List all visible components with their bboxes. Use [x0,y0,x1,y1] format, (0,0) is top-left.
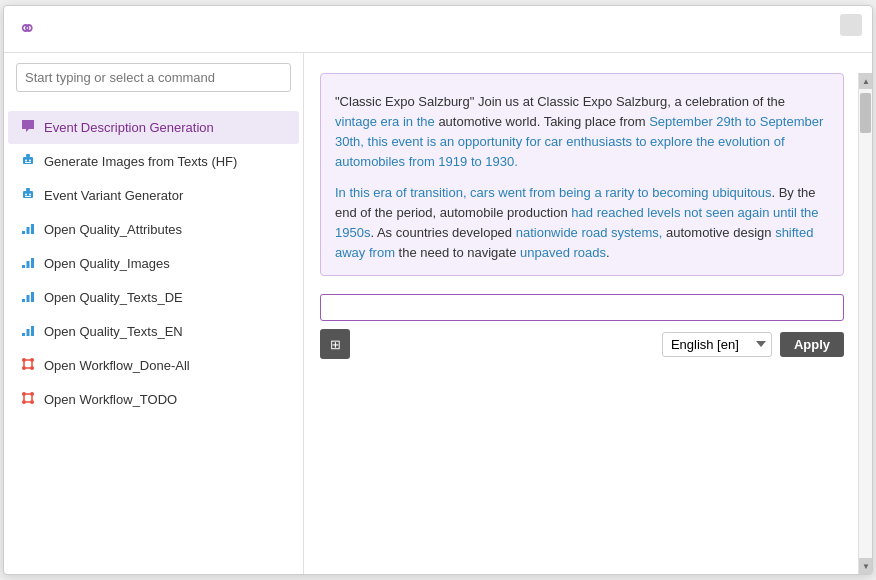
svg-rect-11 [27,227,30,234]
bar-icon [20,254,36,273]
refine-section: ⊞ English [en]German [de]French [fr] App… [320,286,844,363]
svg-rect-16 [22,299,25,302]
right-content: "Classic Expo Salzburg" Join us at Class… [304,73,872,574]
svg-rect-9 [25,196,31,197]
svg-rect-10 [22,231,25,234]
action-label: Event Variant Generator [44,188,183,203]
expand-button[interactable]: ⊞ [320,329,350,359]
action-label: Open Workflow_TODO [44,392,177,407]
action-item-quality-attr[interactable]: Open Quality_Attributes [8,213,299,246]
action-label: Open Quality_Texts_DE [44,290,183,305]
scrollbar-thumb-area [859,89,872,558]
scrollbar-thumb[interactable] [860,93,871,133]
scrollbar: ▲ ▼ [858,73,872,574]
copilot-paragraph-1: "Classic Expo Salzburg" Join us at Class… [335,92,829,173]
copilot-modal: ⚭ Event Description GenerationGenerate I… [3,5,873,575]
search-input[interactable] [16,63,291,92]
action-label: Generate Images from Texts (HF) [44,154,237,169]
modal-header: ⚭ [4,6,872,53]
svg-point-3 [29,160,31,162]
copilot-result-box: "Classic Expo Salzburg" Join us at Class… [320,73,844,276]
action-item-quality-texts-en[interactable]: Open Quality_Texts_EN [8,315,299,348]
svg-point-31 [30,392,34,396]
scroll-up-button[interactable]: ▲ [859,73,872,89]
workflow-todo-icon [20,390,36,409]
action-bar: ⊞ English [en]German [de]French [fr] App… [320,329,844,363]
svg-point-32 [22,400,26,404]
right-panel: "Classic Expo Salzburg" Join us at Class… [304,53,872,574]
action-item-workflow-done[interactable]: Open Workflow_Done-All [8,349,299,382]
bubble-icon [20,118,36,137]
svg-rect-19 [22,333,25,336]
svg-rect-20 [27,329,30,336]
svg-point-22 [22,358,26,362]
robot-icon [20,152,36,171]
svg-point-24 [22,366,26,370]
action-item-event-variant[interactable]: Event Variant Generator [8,179,299,212]
copilot-text: "Classic Expo Salzburg" Join us at Class… [335,92,829,263]
svg-point-8 [29,194,31,196]
action-item-quality-images[interactable]: Open Quality_Images [8,247,299,280]
svg-rect-4 [25,162,31,163]
svg-point-2 [25,160,27,162]
action-label: Open Quality_Texts_EN [44,324,183,339]
copilot-paragraph-2: In this era of transition, cars went fro… [335,183,829,264]
close-button[interactable] [840,14,862,36]
svg-rect-17 [27,295,30,302]
left-panel: Event Description GenerationGenerate Ima… [4,53,304,574]
svg-point-33 [30,400,34,404]
modal-body: Event Description GenerationGenerate Ima… [4,53,872,574]
right-header [304,53,872,73]
workflow-done-icon [20,356,36,375]
scroll-down-button[interactable]: ▼ [859,558,872,574]
svg-rect-13 [22,265,25,268]
scroll-area[interactable]: "Classic Expo Salzburg" Join us at Class… [320,73,864,566]
svg-rect-18 [31,292,34,302]
action-label: Open Workflow_Done-All [44,358,190,373]
bar-icon [20,220,36,239]
svg-rect-12 [31,224,34,234]
svg-rect-1 [26,154,30,157]
action-item-gen-images[interactable]: Generate Images from Texts (HF) [8,145,299,178]
language-select[interactable]: English [en]German [de]French [fr] [662,332,772,357]
bar-icon [20,288,36,307]
action-item-workflow-todo[interactable]: Open Workflow_TODO [8,383,299,416]
bar-icon [20,322,36,341]
action-label: Event Description Generation [44,120,214,135]
svg-rect-15 [31,258,34,268]
svg-rect-14 [27,261,30,268]
svg-rect-6 [26,188,30,191]
svg-point-23 [30,358,34,362]
copilot-icon: ⚭ [18,16,36,42]
svg-rect-21 [31,326,34,336]
action-item-quality-texts-de[interactable]: Open Quality_Texts_DE [8,281,299,314]
action-list: Event Description GenerationGenerate Ima… [4,110,303,417]
svg-point-7 [25,194,27,196]
apply-button[interactable]: Apply [780,332,844,357]
action-label: Open Quality_Attributes [44,222,182,237]
action-label: Open Quality_Images [44,256,170,271]
svg-point-25 [30,366,34,370]
refine-input[interactable] [320,294,844,321]
svg-point-30 [22,392,26,396]
action-item-event-desc[interactable]: Event Description Generation [8,111,299,144]
robot-icon [20,186,36,205]
